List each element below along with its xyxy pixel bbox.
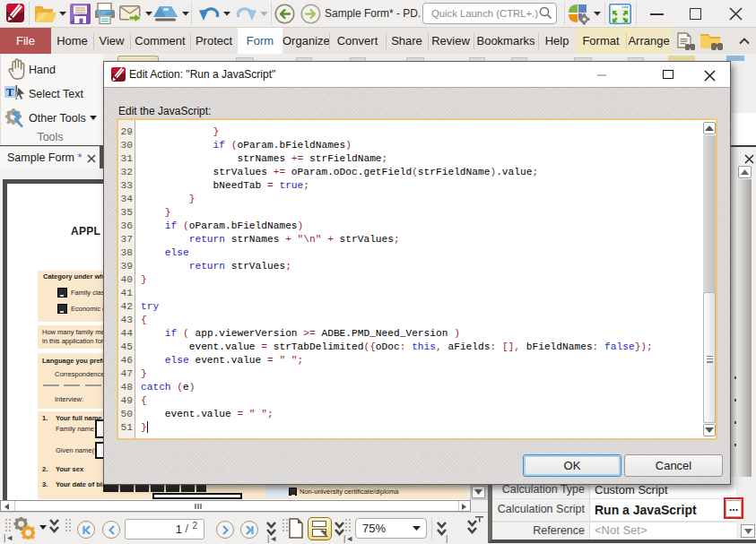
svg-text:T: T	[6, 85, 14, 99]
